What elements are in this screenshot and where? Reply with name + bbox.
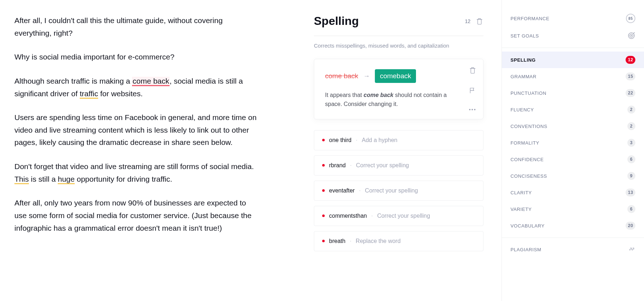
editor-paragraph[interactable]: After all, I couldn't call this the ulti… (14, 14, 260, 39)
sidebar-item-label: Set Goals (511, 33, 539, 39)
sidebar-item-formality[interactable]: Formality 3 (502, 134, 644, 151)
sidebar-item-conventions[interactable]: Conventions 2 (502, 118, 644, 134)
sidebar-item-performance[interactable]: Performance 85 (502, 9, 644, 27)
row-keyword: rbrand (329, 162, 346, 169)
text: It appears that (325, 92, 364, 98)
separator: · (350, 238, 351, 244)
sidebar-item-label: Grammar (511, 74, 536, 79)
separator: · (359, 187, 360, 194)
suggestion-chip[interactable]: comeback (375, 69, 416, 83)
row-hint: Add a hyphen (362, 137, 398, 143)
editor-paragraph[interactable]: After all, only two years from now 90% o… (14, 197, 260, 234)
text: opportunity for driving traffic. (75, 175, 172, 183)
arrow-right-icon: → (363, 72, 370, 80)
panel-subtitle: Corrects misspellings, misused words, an… (314, 43, 483, 49)
sidebar-item-label: Confidence (511, 157, 544, 162)
sidebar-item-conciseness[interactable]: Conciseness 9 (502, 168, 644, 184)
trash-icon[interactable] (476, 17, 483, 25)
text: Although search traffic is making a (14, 77, 132, 85)
count-badge: 15 (626, 72, 635, 80)
suggestion-replace-line: come back → comeback (325, 69, 455, 83)
text: Don't forget that video and live streami… (14, 162, 254, 171)
quote-icon (628, 246, 635, 253)
row-hint: Correct your spelling (377, 213, 430, 219)
count-badge: 3 (627, 139, 635, 147)
editor-paragraph[interactable]: Although search traffic is making a come… (14, 75, 260, 100)
separator: · (356, 137, 357, 143)
right-sidebar: Performance 85 Set Goals Spelling 12 Gra… (501, 0, 644, 301)
row-keyword: eventafter (329, 187, 355, 194)
trash-icon[interactable] (469, 66, 477, 74)
suggestion-highlight[interactable]: huge (58, 175, 75, 184)
panel-header-right: 12 (465, 17, 483, 25)
original-text: come back (325, 72, 358, 80)
suggestion-highlight[interactable]: traffic (80, 89, 98, 99)
count-badge: 22 (626, 89, 635, 97)
editor-paragraph[interactable]: Why is social media important for e-comm… (14, 51, 260, 63)
svg-point-1 (630, 34, 633, 37)
card-side-actions: ••• (469, 66, 477, 112)
status-dot-icon (322, 189, 325, 192)
sidebar-item-plagiarism[interactable]: Plagiarism (502, 242, 644, 257)
sidebar-item-confidence[interactable]: Confidence 6 (502, 151, 644, 168)
document-editor[interactable]: After all, I couldn't call this the ulti… (0, 0, 281, 301)
app-root: After all, I couldn't call this the ulti… (0, 0, 644, 301)
sidebar-item-label: Punctuation (511, 90, 547, 96)
sidebar-item-label: Variety (511, 207, 532, 212)
panel-title: Spelling (314, 14, 359, 28)
row-hint: Replace the word (356, 238, 401, 244)
suggestion-row[interactable]: commentsthan · Correct your spelling (314, 206, 483, 226)
svg-point-2 (631, 35, 632, 36)
row-keyword: one third (329, 137, 351, 143)
sidebar-item-label: Conciseness (511, 173, 547, 179)
suggestion-row[interactable]: one third · Add a hyphen (314, 130, 483, 150)
panel-count: 12 (465, 18, 470, 24)
sidebar-item-punctuation[interactable]: Punctuation 22 (502, 85, 644, 101)
text: for websites. (98, 89, 143, 98)
sidebar-item-label: Formality (511, 140, 539, 146)
suggestion-explanation: It appears that come back should not con… (325, 91, 455, 109)
sidebar-item-label: Spelling (511, 57, 536, 63)
sidebar-item-label: Fluency (511, 107, 534, 112)
row-hint: Correct your spelling (356, 162, 409, 169)
flag-icon[interactable] (469, 87, 477, 94)
sidebar-item-label: Vocabulary (511, 223, 545, 229)
suggestion-row[interactable]: breath · Replace the word (314, 231, 483, 251)
target-icon (627, 32, 635, 40)
divider (502, 48, 644, 48)
suggestions-panel: Spelling 12 Corrects misspellings, misus… (281, 0, 501, 301)
performance-score-ring: 85 (626, 14, 635, 23)
sidebar-item-grammar[interactable]: Grammar 15 (502, 68, 644, 85)
suggestion-row[interactable]: rbrand · Correct your spelling (314, 155, 483, 176)
count-badge: 13 (626, 189, 635, 196)
emphasis: come back (364, 92, 394, 98)
text: is still a (29, 175, 58, 183)
panel-header: Spelling 12 (314, 14, 483, 36)
suggestion-row[interactable]: eventafter · Correct your spelling (314, 181, 483, 201)
more-icon[interactable]: ••• (469, 107, 477, 112)
separator: · (371, 213, 373, 219)
divider (502, 238, 644, 238)
row-keyword: breath (329, 238, 345, 244)
count-badge: 6 (627, 205, 635, 213)
sidebar-item-vocabulary[interactable]: Vocabulary 20 (502, 217, 644, 234)
count-badge: 2 (627, 122, 635, 130)
status-dot-icon (322, 164, 325, 167)
sidebar-item-spelling[interactable]: Spelling 12 (502, 52, 644, 68)
count-badge: 2 (627, 106, 635, 114)
spelling-error-highlight[interactable]: come back (132, 77, 170, 86)
status-dot-icon (322, 139, 325, 141)
status-dot-icon (322, 240, 325, 242)
sidebar-item-fluency[interactable]: Fluency 2 (502, 101, 644, 118)
sidebar-item-variety[interactable]: Variety 6 (502, 201, 644, 217)
editor-paragraph[interactable]: Users are spending less time on Facebook… (14, 111, 260, 149)
row-hint: Correct your spelling (365, 187, 418, 194)
editor-paragraph[interactable]: Don't forget that video and live streami… (14, 160, 260, 185)
sidebar-item-goals[interactable]: Set Goals (502, 27, 644, 44)
suggestion-card[interactable]: come back → comeback It appears that com… (314, 59, 483, 119)
suggestion-highlight[interactable]: This (14, 175, 29, 184)
separator: · (350, 162, 351, 169)
sidebar-item-clarity[interactable]: Clarity 13 (502, 184, 644, 201)
sidebar-item-label: Plagiarism (511, 247, 541, 252)
status-dot-icon (322, 214, 325, 217)
